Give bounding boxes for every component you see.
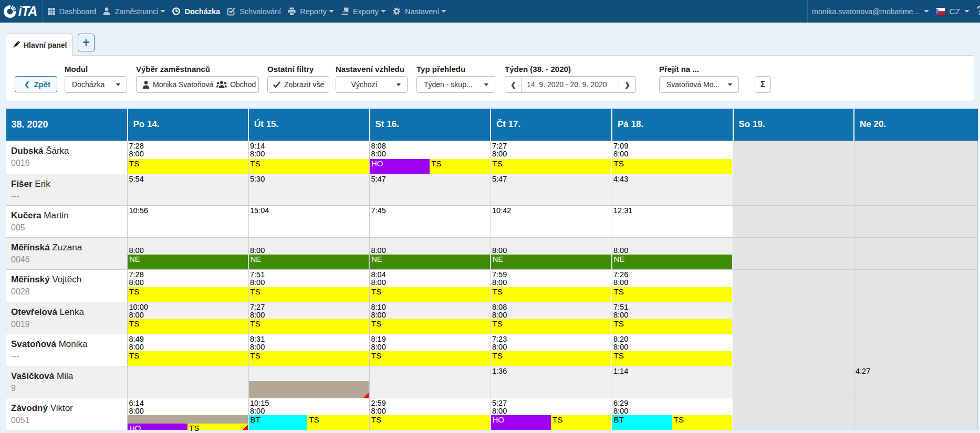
view-type-select[interactable]: Týden - skup...: [416, 76, 495, 93]
day-cell[interactable]: [248, 366, 370, 398]
day-cell[interactable]: 10:42: [491, 205, 612, 237]
day-cell[interactable]: [733, 205, 854, 237]
day-cell[interactable]: 7:288:00TS: [128, 269, 249, 302]
day-cell[interactable]: 8:088:00HOTS: [370, 141, 491, 174]
day-cell[interactable]: [733, 141, 854, 174]
day-cell[interactable]: 6:298:00BTTS: [612, 398, 733, 430]
language-selector[interactable]: CZ: [949, 7, 960, 16]
day-cell[interactable]: 8:198:00TS: [370, 334, 491, 366]
menu-reporty[interactable]: Reporty: [285, 0, 338, 23]
day-cell[interactable]: [854, 269, 978, 302]
day-cell[interactable]: 8:088:00TS: [491, 302, 612, 334]
employee-cell[interactable]: Kučera Martin005: [6, 205, 128, 237]
add-tab-button[interactable]: +: [78, 34, 95, 51]
appearance-select[interactable]: Výchozí: [336, 76, 408, 93]
day-cell[interactable]: 8:108:00TS: [370, 302, 491, 334]
day-cell[interactable]: 7:278:00TS: [248, 302, 370, 334]
day-cell[interactable]: 7:098:00TS: [612, 141, 733, 174]
day-cell[interactable]: 10:158:00BTTS: [248, 398, 370, 430]
chevron-down-icon: [728, 83, 732, 86]
employee-cell[interactable]: Měřínský Vojtěch0028: [6, 269, 128, 302]
employee-cell[interactable]: Otevřelová Lenka0019: [6, 302, 128, 334]
menu-nastaveni[interactable]: Nastavení: [390, 0, 450, 23]
day-cell[interactable]: 4:43: [612, 174, 733, 205]
prev-week-button[interactable]: ❮: [505, 76, 522, 93]
day-cell[interactable]: 8:318:00TS: [248, 334, 370, 366]
day-cell[interactable]: 9:148:00TS: [248, 141, 370, 174]
day-cell[interactable]: [733, 398, 854, 430]
day-cell[interactable]: 1:14: [612, 366, 733, 398]
day-cell[interactable]: 7:45: [370, 205, 491, 237]
day-cell[interactable]: [854, 237, 978, 269]
day-cell[interactable]: 7:518:00TS: [612, 302, 733, 334]
employee-cell[interactable]: Svatoňová Monika---: [6, 334, 128, 366]
day-cell[interactable]: 8:208:00TS: [612, 334, 733, 366]
day-cell[interactable]: 1:36: [491, 366, 612, 398]
day-cell[interactable]: 8:00NE: [248, 237, 370, 269]
modul-select[interactable]: Docházka: [65, 76, 127, 93]
day-cell[interactable]: 4:27: [854, 366, 978, 398]
day-cell[interactable]: [733, 237, 854, 269]
day-cell[interactable]: 5:30: [248, 174, 370, 205]
menu-dochazka[interactable]: Docházka: [169, 0, 224, 23]
next-week-button[interactable]: ❯: [619, 76, 636, 93]
day-cell[interactable]: 12:31: [612, 205, 733, 237]
day-cell[interactable]: 7:238:00TS: [491, 334, 612, 366]
day-cell[interactable]: [733, 302, 854, 334]
code-bar: TS: [612, 287, 733, 302]
day-cell[interactable]: 2:598:00TS: [370, 398, 491, 430]
employee-cell[interactable]: Měřínská Zuzana0046: [6, 237, 128, 269]
day-cell[interactable]: 8:498:00TS: [128, 334, 249, 366]
employee-cell[interactable]: Závodný Viktor0051: [6, 398, 128, 430]
app-logo[interactable]: iTA: [0, 0, 43, 23]
menu-zamestnanci[interactable]: Zaměstnanci: [100, 0, 169, 23]
day-cell[interactable]: [854, 174, 978, 205]
top-navbar: iTA Dashboard Zaměstnanci: [0, 0, 980, 23]
day-cell[interactable]: 15:04: [248, 205, 370, 237]
day-cell[interactable]: 8:00NE: [491, 237, 612, 269]
day-cell[interactable]: [733, 269, 854, 302]
day-cell[interactable]: 5:47: [370, 174, 491, 205]
menu-exporty[interactable]: Exporty: [337, 0, 389, 23]
day-cell[interactable]: 10:56: [128, 205, 249, 237]
day-cell[interactable]: 7:268:00TS: [612, 269, 733, 302]
day-cell[interactable]: 8:00NE: [370, 237, 491, 269]
day-cell[interactable]: [854, 141, 978, 174]
day-cell[interactable]: [854, 302, 978, 334]
day-cell[interactable]: 7:598:00TS: [491, 269, 612, 302]
menu-schvalovani[interactable]: Schvalování: [224, 0, 285, 23]
day-cell[interactable]: 8:00NE: [128, 237, 249, 269]
day-cell[interactable]: [128, 366, 249, 398]
day-cell[interactable]: 8:048:00TS: [370, 269, 491, 302]
day-cell[interactable]: 10:008:00TS: [128, 302, 249, 334]
employee-id: ---: [11, 190, 127, 202]
employee-cell[interactable]: Vašíčková Mila9: [6, 366, 128, 398]
week-range-input[interactable]: 14. 9. 2020 - 20. 9. 2020: [522, 76, 619, 93]
employee-cell[interactable]: Dubská Šárka0016: [6, 141, 128, 174]
help-icon[interactable]: ?: [976, 4, 980, 18]
day-cell[interactable]: 7:518:00TS: [248, 269, 370, 302]
day-cell[interactable]: [854, 398, 978, 430]
day-cell[interactable]: 5:278:00HOTS: [491, 398, 612, 430]
sum-button[interactable]: Σ: [755, 76, 771, 93]
back-button[interactable]: ❮ Zpět: [15, 76, 57, 92]
employee-cell[interactable]: Fišer Erik---: [6, 174, 128, 205]
day-cell[interactable]: [733, 366, 854, 398]
day-cell[interactable]: [370, 366, 491, 398]
day-cell[interactable]: [854, 334, 978, 366]
goto-select[interactable]: Svatoňová Mo...: [659, 76, 739, 93]
day-cell[interactable]: 8:00NE: [612, 237, 733, 269]
user-menu[interactable]: monika.svatonova@mobatime...: [812, 7, 919, 16]
day-cell[interactable]: 5:54: [128, 174, 249, 205]
employee-filter[interactable]: Monika Svatoňová Obchod: [136, 76, 259, 93]
day-cell[interactable]: [854, 205, 978, 237]
show-all-button[interactable]: Zobrazit vše: [267, 76, 329, 93]
day-cell[interactable]: 7:278:00TS: [491, 141, 612, 174]
tab-hlavni-panel[interactable]: Hlavní panel: [6, 34, 72, 56]
day-cell[interactable]: 6:148:00HOTS: [128, 398, 249, 430]
menu-dashboard[interactable]: Dashboard: [44, 0, 100, 23]
day-cell[interactable]: 7:288:00TS: [128, 141, 249, 174]
day-cell[interactable]: [733, 174, 854, 205]
day-cell[interactable]: 5:47: [491, 174, 612, 205]
day-cell[interactable]: [733, 334, 854, 366]
